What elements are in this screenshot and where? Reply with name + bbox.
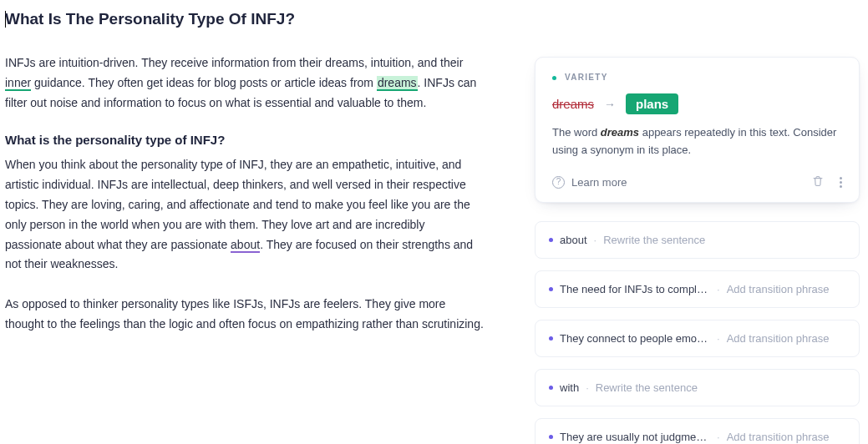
help-icon: ?: [552, 176, 565, 189]
suggestion-hint: Add transition phrase: [727, 332, 830, 345]
suggestion-item[interactable]: with · Rewrite the sentence: [535, 369, 860, 406]
paragraph-3[interactable]: As opposed to thinker personality types …: [5, 295, 485, 335]
card-footer: ? Learn more: [552, 174, 842, 190]
page-title[interactable]: What Is The Personality Type Of INFJ?: [5, 10, 485, 28]
separator: ·: [717, 332, 720, 345]
bullet-icon: [549, 287, 553, 291]
trash-icon: [811, 174, 825, 188]
paragraph-2[interactable]: When you think about the personality typ…: [5, 155, 485, 275]
category-dot-icon: [552, 76, 556, 80]
editor-pane[interactable]: What Is The Personality Type Of INFJ? IN…: [0, 0, 535, 444]
bullet-icon: [549, 336, 553, 341]
highlight-inner[interactable]: inner: [5, 76, 31, 91]
bullet-icon: [549, 435, 553, 439]
suggestion-snippet: about: [560, 234, 587, 246]
separator: ·: [717, 431, 720, 443]
bullet-icon: [549, 386, 553, 390]
separator: ·: [586, 381, 589, 394]
suggestion-snippet: The need for INFJs to complete …: [560, 283, 710, 295]
suggestion-snippet: with: [560, 381, 579, 394]
suggestion-snippet: They connect to people emotio…: [560, 332, 710, 345]
suggestion-hint: Rewrite the sentence: [596, 381, 698, 394]
suggestion-item[interactable]: They connect to people emotio… · Add tra…: [535, 320, 860, 357]
suggestions-pane: VARIETY dreams → plans The word dreams a…: [535, 0, 868, 444]
more-options-button[interactable]: [840, 177, 842, 188]
suggestion-item[interactable]: about · Rewrite the sentence: [535, 221, 860, 259]
text: guidance. They often get ideas for blog …: [31, 76, 377, 89]
suggested-word-button[interactable]: plans: [626, 93, 678, 114]
suggestion-snippet: They are usually not judgmental…: [560, 431, 710, 443]
bullet-icon: [549, 238, 553, 242]
highlight-dreams[interactable]: dreams: [377, 76, 418, 91]
dismiss-button[interactable]: [811, 174, 825, 190]
suggestion-category: VARIETY: [552, 73, 842, 82]
suggestion-item[interactable]: The need for INFJs to complete … · Add t…: [535, 270, 860, 308]
subheading-1[interactable]: What is the personality type of INFJ?: [5, 133, 485, 147]
replacement-row: dreams → plans: [552, 93, 842, 114]
text: INFJs are intuition-driven. They receive…: [5, 56, 463, 69]
suggestion-message: The word dreams appears repeatedly in th…: [552, 124, 842, 159]
suggestion-hint: Add transition phrase: [727, 431, 830, 443]
learn-more-link[interactable]: ? Learn more: [552, 176, 627, 189]
highlight-about[interactable]: about: [231, 238, 260, 253]
suggestion-card-expanded[interactable]: VARIETY dreams → plans The word dreams a…: [535, 57, 860, 203]
original-word: dreams: [552, 97, 594, 111]
paragraph-1[interactable]: INFJs are intuition-driven. They receive…: [5, 53, 485, 113]
suggestion-item[interactable]: They are usually not judgmental… · Add t…: [535, 418, 860, 444]
separator: ·: [594, 234, 597, 246]
arrow-icon: →: [604, 98, 616, 111]
suggestion-hint: Add transition phrase: [727, 283, 830, 295]
separator: ·: [717, 283, 720, 295]
suggestion-hint: Rewrite the sentence: [603, 234, 705, 246]
